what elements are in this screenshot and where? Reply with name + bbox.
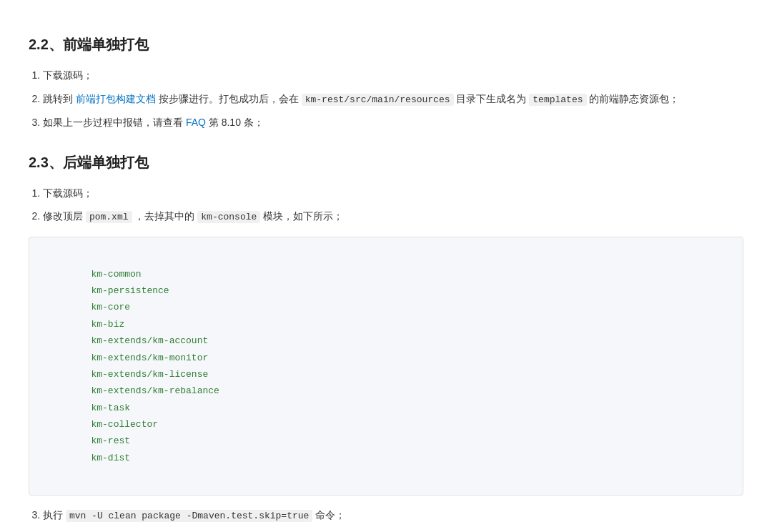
text-content: 跳转到 xyxy=(43,93,76,104)
code-line: km-rest xyxy=(46,433,726,449)
text-content: ，去掉其中的 xyxy=(132,210,198,222)
main-content: 2.2、前端单独打包下载源码；跳转到 前端打包构建文档 按步骤进行。打包成功后，… xyxy=(29,31,743,532)
section: 2.3、后端单独打包下载源码；修改顶层 pom.xml ，去掉其中的 km-co… xyxy=(29,149,743,532)
inline-code: km-console xyxy=(197,211,260,223)
text-content: 下载源码； xyxy=(43,69,93,81)
code-line: km-common xyxy=(46,266,726,282)
inline-code: pom.xml xyxy=(86,211,132,223)
section-heading: 2.2、前端单独打包 xyxy=(29,31,743,57)
text-content: 命令； xyxy=(312,509,345,521)
code-line: km-task xyxy=(46,400,726,416)
inline-code: mvn -U clean package -Dmaven.test.skip=t… xyxy=(66,510,312,522)
section: 2.2、前端单独打包下载源码；跳转到 前端打包构建文档 按步骤进行。打包成功后，… xyxy=(29,31,743,132)
code-line: km-extends/km-account xyxy=(46,332,726,349)
code-block: km-common km-persistence km-core km-biz … xyxy=(29,237,743,495)
code-line: km-extends/km-rebalance xyxy=(46,383,726,399)
list-item: 执行 mvn -U clean package -Dmaven.test.ski… xyxy=(43,506,743,526)
code-line xyxy=(46,466,726,483)
code-line: km-extends/km-monitor xyxy=(46,350,726,366)
code-line: km-biz xyxy=(46,316,726,332)
inline-code: km-rest/src/main/resources xyxy=(302,94,454,106)
code-line: km-extends/km-license xyxy=(46,366,726,383)
doc-link[interactable]: 前端打包构建文档 xyxy=(76,93,156,104)
code-line: km-collector xyxy=(46,416,726,433)
text-content: 模块，如下所示； xyxy=(260,210,343,222)
text-content: 如果上一步过程中报错，请查看 xyxy=(43,117,186,128)
code-line: km-dist xyxy=(46,450,726,466)
list-item: 修改顶层 pom.xml ，去掉其中的 km-console 模块，如下所示； xyxy=(43,207,743,227)
text-content: 执行 xyxy=(43,509,66,521)
code-line xyxy=(46,249,726,265)
text-content: 目录下生成名为 xyxy=(454,93,530,104)
text-content: 第 8.10 条； xyxy=(206,117,264,128)
list-item: 执行完成之后会在 KS-KM/km-rest/target 目录下面生成一个 k… xyxy=(43,529,743,532)
text-content: 下载源码； xyxy=(43,187,93,199)
list-item: 下载源码； xyxy=(43,66,743,85)
steps-list: 下载源码；修改顶层 pom.xml ，去掉其中的 km-console 模块，如… xyxy=(29,184,743,227)
text-content: 按步骤进行。打包成功后，会在 xyxy=(156,93,302,104)
text-content: 修改顶层 xyxy=(43,210,86,222)
list-item: 跳转到 前端打包构建文档 按步骤进行。打包成功后，会在 km-rest/src/… xyxy=(43,89,743,109)
code-line: km-persistence xyxy=(46,282,726,299)
inline-code: templates xyxy=(529,94,586,106)
section-heading: 2.3、后端单独打包 xyxy=(29,149,743,175)
steps-list-continued: 执行 mvn -U clean package -Dmaven.test.ski… xyxy=(29,506,743,532)
code-line: km-core xyxy=(46,299,726,315)
list-item: 如果上一步过程中报错，请查看 FAQ 第 8.10 条； xyxy=(43,113,743,132)
doc-link[interactable]: FAQ xyxy=(186,117,206,128)
steps-list: 下载源码；跳转到 前端打包构建文档 按步骤进行。打包成功后，会在 km-rest… xyxy=(29,66,743,132)
text-content: 的前端静态资源包； xyxy=(587,93,680,104)
list-item: 下载源码； xyxy=(43,184,743,203)
